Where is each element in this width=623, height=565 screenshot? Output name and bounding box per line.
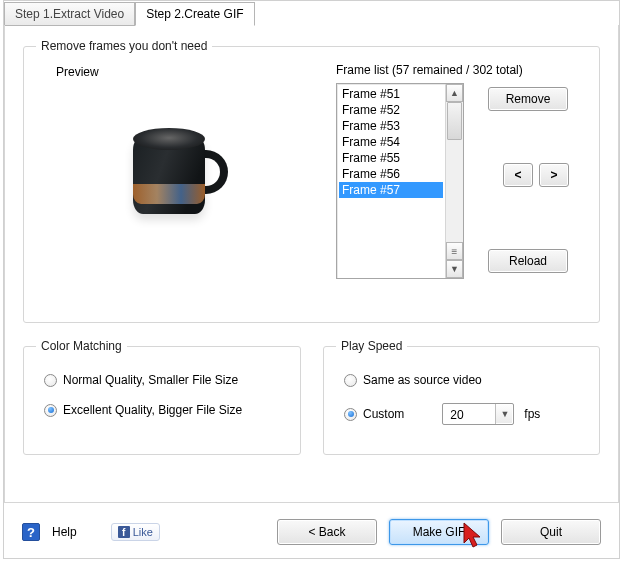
next-frame-button[interactable]: > (539, 163, 569, 187)
radio-icon (344, 374, 357, 387)
list-item[interactable]: Frame #51 (339, 86, 443, 102)
color-matching-legend: Color Matching (36, 339, 127, 353)
remove-frames-group: Remove frames you don't need Preview F (23, 39, 600, 323)
radio-excellent-quality[interactable]: Excellent Quality, Bigger File Size (44, 403, 288, 417)
fps-combobox[interactable]: 20 ▼ (442, 403, 514, 425)
radio-icon (344, 408, 357, 421)
list-item[interactable]: Frame #57 (339, 182, 443, 198)
radio-custom-label: Custom (363, 407, 404, 421)
help-link[interactable]: Help (52, 525, 77, 539)
preview-image (46, 85, 306, 273)
scroll-grip-icon[interactable]: ≡ (446, 242, 463, 260)
quit-button[interactable]: Quit (501, 519, 601, 545)
tab-extract-video[interactable]: Step 1.Extract Video (4, 2, 135, 26)
scroll-thumb[interactable] (447, 102, 462, 140)
play-speed-legend: Play Speed (336, 339, 407, 353)
prev-frame-button[interactable]: < (503, 163, 533, 187)
scroll-up-icon[interactable]: ▲ (446, 84, 463, 102)
reload-button[interactable]: Reload (488, 249, 568, 273)
radio-same-as-source[interactable]: Same as source video (344, 373, 587, 387)
list-item[interactable]: Frame #54 (339, 134, 443, 150)
chevron-down-icon[interactable]: ▼ (495, 404, 513, 424)
preview-label: Preview (56, 65, 316, 79)
radio-same-label: Same as source video (363, 373, 482, 387)
list-item[interactable]: Frame #55 (339, 150, 443, 166)
color-matching-group: Color Matching Normal Quality, Smaller F… (23, 339, 301, 455)
facebook-like-button[interactable]: f Like (111, 523, 160, 541)
back-button[interactable]: < Back (277, 519, 377, 545)
radio-normal-quality[interactable]: Normal Quality, Smaller File Size (44, 373, 288, 387)
remove-frames-legend: Remove frames you don't need (36, 39, 212, 53)
remove-button[interactable]: Remove (488, 87, 568, 111)
list-item[interactable]: Frame #56 (339, 166, 443, 182)
help-icon[interactable]: ? (22, 523, 40, 541)
list-item[interactable]: Frame #52 (339, 102, 443, 118)
radio-icon (44, 404, 57, 417)
make-gif-button[interactable]: Make GIF (389, 519, 489, 545)
scroll-down-icon[interactable]: ▼ (446, 260, 463, 278)
tab-create-gif[interactable]: Step 2.Create GIF (135, 2, 254, 26)
fps-value: 20 (443, 405, 495, 423)
radio-excellent-label: Excellent Quality, Bigger File Size (63, 403, 242, 417)
play-speed-group: Play Speed Same as source video Custom 2… (323, 339, 600, 455)
scrollbar[interactable]: ▲ ≡ ▼ (445, 84, 463, 278)
radio-icon (44, 374, 57, 387)
radio-custom-speed[interactable]: Custom (344, 407, 404, 421)
frame-list-title: Frame list (57 remained / 302 total) (336, 63, 587, 77)
radio-normal-label: Normal Quality, Smaller File Size (63, 373, 238, 387)
frame-listbox[interactable]: Frame #51Frame #52Frame #53Frame #54Fram… (336, 83, 464, 279)
like-label: Like (133, 526, 153, 538)
fps-unit-label: fps (524, 407, 540, 421)
facebook-icon: f (118, 526, 130, 538)
list-item[interactable]: Frame #53 (339, 118, 443, 134)
